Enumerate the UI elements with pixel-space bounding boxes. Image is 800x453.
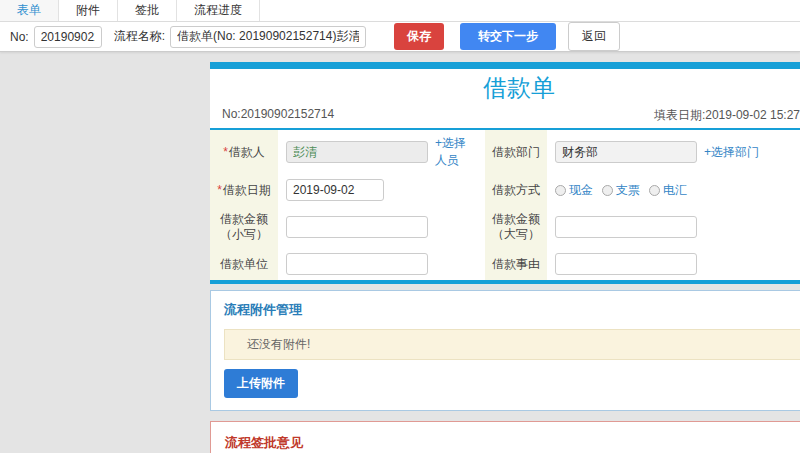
process-name-label: 流程名称: [114, 28, 165, 45]
attachment-heading: 流程附件管理 [224, 301, 800, 319]
page-body: 借款单 No:20190902152714 填表日期:2019-09-02 15… [0, 52, 800, 453]
amount-small-input[interactable] [286, 216, 428, 238]
radio-cheque[interactable]: 支票 [602, 182, 640, 199]
loan-reason-field [547, 248, 800, 280]
no-label: No: [10, 30, 29, 44]
attachment-panel: 流程附件管理 还没有附件! 上传附件 [210, 290, 800, 411]
loan-date-input[interactable] [286, 179, 384, 201]
loan-method-radio-group: 现金 支票 电汇 [555, 182, 687, 199]
attachment-empty-message: 还没有附件! [224, 329, 800, 360]
select-department-link[interactable]: +选择部门 [704, 144, 759, 161]
radio-wire-transfer[interactable]: 电汇 [649, 182, 687, 199]
loan-date-label: *借款日期 [210, 174, 278, 206]
borrower-input[interactable] [286, 141, 428, 163]
amount-small-field [278, 206, 485, 248]
borrower-field: +选择人员 [278, 130, 485, 174]
department-label: 借款部门 [485, 130, 547, 174]
next-step-button[interactable]: 转交下一步 [460, 23, 556, 50]
form-no-text: No:20190902152714 [222, 107, 334, 124]
amount-big-label: 借款金额（大写） [485, 206, 547, 248]
tab-approval[interactable]: 签批 [118, 0, 177, 21]
no-input[interactable] [34, 26, 102, 48]
loan-form-panel: 借款单 No:20190902152714 填表日期:2019-09-02 15… [210, 62, 800, 284]
department-input[interactable] [555, 141, 697, 163]
tab-bar: 表单 附件 签批 流程进度 [0, 0, 800, 22]
form-title: 借款单 [210, 69, 800, 105]
amount-small-label: 借款金额（小写） [210, 206, 278, 248]
back-button[interactable]: 返回 [568, 22, 620, 51]
loan-reason-label: 借款事由 [485, 248, 547, 280]
approval-panel: 流程签批意见 B I abc ⚑ [210, 421, 800, 453]
process-name-input[interactable] [170, 26, 366, 48]
department-field: +选择部门 [547, 130, 800, 174]
loan-date-field [278, 174, 485, 206]
borrower-label: *借款人 [210, 130, 278, 174]
approval-heading: 流程签批意见 [225, 434, 800, 452]
required-mark: * [223, 145, 228, 159]
loan-unit-field [278, 248, 485, 280]
select-person-link[interactable]: +选择人员 [435, 135, 477, 169]
tab-process-progress[interactable]: 流程进度 [177, 0, 260, 21]
form-meta-row: No:20190902152714 填表日期:2019-09-02 15:27:… [210, 105, 800, 130]
amount-big-input[interactable] [555, 216, 697, 238]
loan-form-grid: *借款人 +选择人员 借款部门 +选择部门 *借款日期 借款方式 [210, 130, 800, 280]
save-button[interactable]: 保存 [394, 23, 444, 50]
radio-cash[interactable]: 现金 [555, 182, 593, 199]
radio-icon[interactable] [555, 185, 566, 196]
upload-attachment-button[interactable]: 上传附件 [224, 369, 298, 398]
tab-form[interactable]: 表单 [0, 0, 59, 21]
required-mark: * [217, 183, 222, 197]
radio-icon[interactable] [649, 185, 660, 196]
loan-unit-label: 借款单位 [210, 248, 278, 280]
loan-reason-input[interactable] [555, 253, 697, 275]
radio-icon[interactable] [602, 185, 613, 196]
form-date-text: 填表日期:2019-09-02 15:27:1 [654, 107, 800, 124]
loan-method-label: 借款方式 [485, 174, 547, 206]
amount-big-field [547, 206, 800, 248]
loan-unit-input[interactable] [286, 253, 428, 275]
command-bar: No: 流程名称: 保存 转交下一步 返回 [0, 22, 800, 52]
tab-attachments[interactable]: 附件 [59, 0, 118, 21]
loan-method-field: 现金 支票 电汇 [547, 174, 800, 206]
